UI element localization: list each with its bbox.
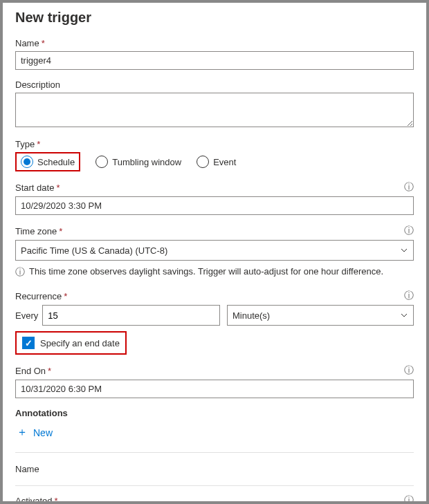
recurrence-unit-select[interactable]: Minute(s) [227,305,414,326]
plus-icon: ＋ [17,425,28,440]
timezone-field: Time zone * ⓘ Pacific Time (US & Canada)… [15,225,414,261]
end-on-label: End On [15,366,46,376]
description-label: Description [15,80,60,90]
end-on-input[interactable] [15,380,414,398]
activated-field: Activated * ⓘ Yes No [15,494,414,504]
type-radio-tumbling[interactable]: Tumbling window [95,156,181,168]
name-input[interactable] [15,51,414,70]
required-indicator: * [37,139,40,149]
annotations-label: Annotations [15,408,68,418]
required-indicator: * [56,183,60,193]
type-radio-schedule[interactable]: Schedule [21,156,75,168]
type-radio-event[interactable]: Event [197,156,236,168]
required-indicator: * [42,38,45,48]
required-indicator: * [64,291,67,301]
type-field: Type * Schedule Tumbling window Event [15,139,414,171]
radio-unchecked-icon [95,156,108,168]
annotations-column-header: Name [15,461,414,477]
divider [15,452,414,453]
recurrence-field: Recurrence * ⓘ Every Minute(s) [15,290,414,326]
info-icon[interactable]: ⓘ [404,181,414,194]
specify-end-label: Specify an end date [40,338,120,348]
specify-end-checkbox[interactable]: ✓ Specify an end date [22,337,120,349]
start-date-input[interactable] [15,196,414,215]
specify-end-highlight: ✓ Specify an end date [15,331,127,355]
annotations-new-button[interactable]: ＋ New [15,421,54,444]
name-label: Name [15,38,39,48]
divider [15,485,414,486]
timezone-label: Time zone [15,226,57,236]
start-date-label: Start date [15,183,54,193]
required-indicator: * [59,226,62,236]
timezone-select[interactable]: Pacific Time (US & Canada) (UTC-8) [15,240,414,261]
name-field: Name * [15,38,414,70]
annotations-field: Annotations ＋ New Name [15,408,414,486]
description-field: Description [15,80,414,129]
info-icon[interactable]: ⓘ [404,290,414,302]
type-tumbling-label: Tumbling window [112,157,181,167]
timezone-note: ⓘ This time zone observes daylight savin… [15,266,414,279]
info-icon[interactable]: ⓘ [404,225,414,237]
timezone-note-text: This time zone observes daylight savings… [29,266,383,277]
chevron-down-icon [400,311,408,319]
type-schedule-label: Schedule [37,157,75,167]
end-on-field: End On * ⓘ [15,364,414,398]
type-event-label: Event [213,157,236,167]
required-indicator: * [48,366,51,376]
chevron-down-icon [400,246,408,254]
panel-title: New trigger [15,10,414,26]
required-indicator: * [54,496,57,505]
radio-checked-icon [21,156,33,168]
start-date-field: Start date * ⓘ [15,181,414,215]
info-icon[interactable]: ⓘ [404,364,414,377]
activated-label: Activated [15,496,52,505]
type-label: Type [15,139,35,149]
description-input[interactable] [15,93,414,127]
info-icon: ⓘ [15,266,25,279]
radio-unchecked-icon [197,156,209,168]
annotations-new-label: New [33,427,53,438]
timezone-value: Pacific Time (US & Canada) (UTC-8) [21,245,167,256]
type-schedule-highlight: Schedule [15,152,80,171]
recurrence-unit-value: Minute(s) [232,310,270,321]
checkbox-checked-icon: ✓ [22,337,35,349]
recurrence-label: Recurrence [15,291,62,301]
info-icon[interactable]: ⓘ [404,494,414,504]
recurrence-every-label: Every [15,310,38,321]
recurrence-every-input[interactable] [42,305,220,326]
